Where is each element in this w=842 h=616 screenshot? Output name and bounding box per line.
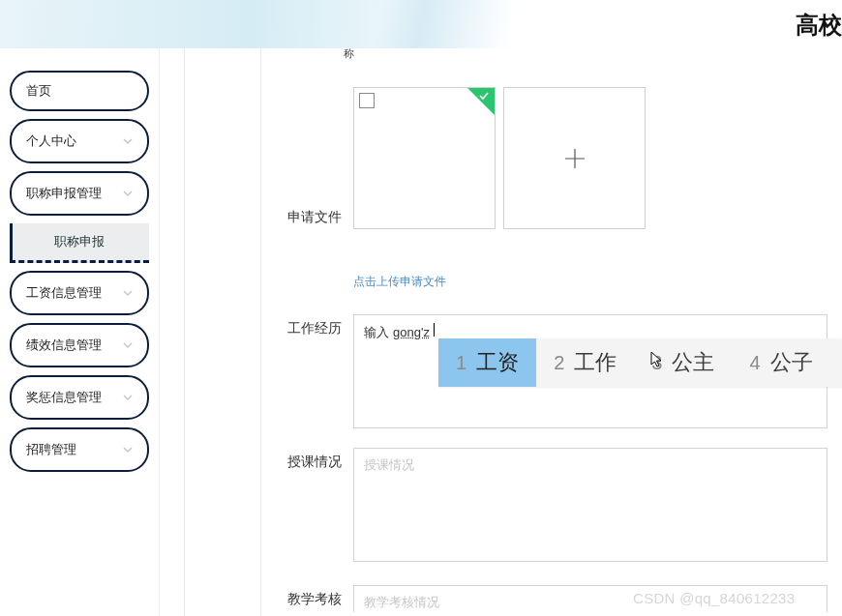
work-history-prefix: 输入 bbox=[364, 324, 389, 341]
ime-candidate[interactable]: 3 公主 bbox=[634, 338, 732, 387]
ime-word: 工资 bbox=[476, 348, 519, 377]
chevron-down-icon bbox=[123, 189, 133, 198]
chevron-down-icon bbox=[123, 288, 133, 298]
sidebar-sub-label: 职称申报 bbox=[54, 234, 105, 249]
text-cursor bbox=[434, 323, 435, 337]
ime-index: 2 bbox=[554, 352, 564, 374]
ime-candidate[interactable]: 2 工作 bbox=[536, 338, 634, 387]
chevron-down-icon bbox=[123, 136, 133, 146]
mouse-cursor-icon bbox=[650, 351, 664, 368]
sidebar-item-label: 个人中心 bbox=[26, 132, 76, 150]
watermark: CSDN @qq_840612233 bbox=[633, 590, 795, 606]
ime-candidate-bar[interactable]: 1 工资 2 工作 3 公主 4 公子 bbox=[438, 338, 842, 387]
ime-index: 4 bbox=[749, 352, 760, 374]
ime-candidate[interactable]: 1 工资 bbox=[438, 338, 536, 387]
sidebar-item-label: 工资信息管理 bbox=[26, 284, 102, 302]
sidebar-sub-title-apply[interactable]: 职称申报 bbox=[10, 223, 149, 263]
upload-hint[interactable]: 点击上传申请文件 bbox=[353, 274, 842, 290]
sidebar-item-reward[interactable]: 奖惩信息管理 bbox=[10, 375, 149, 420]
sidebar-item-recruit[interactable]: 招聘管理 bbox=[10, 427, 149, 472]
ime-index: 1 bbox=[456, 352, 466, 374]
upload-add-button[interactable] bbox=[503, 87, 646, 229]
sidebar-item-label: 绩效信息管理 bbox=[26, 337, 102, 354]
plus-icon bbox=[561, 145, 588, 172]
header-title: 高校 bbox=[796, 10, 842, 41]
sidebar-item-label: 招聘管理 bbox=[26, 441, 76, 458]
sidebar-item-performance[interactable]: 绩效信息管理 bbox=[10, 323, 149, 367]
main-form: 申请文件 点击上传申请文件 工作经历 输入g bbox=[281, 39, 842, 616]
teaching-input[interactable] bbox=[353, 448, 827, 562]
sidebar-item-label: 职称申报管理 bbox=[26, 185, 102, 202]
check-icon bbox=[478, 90, 492, 103]
ime-word: 工作 bbox=[574, 348, 616, 377]
label-work-history: 工作经历 bbox=[281, 314, 353, 337]
chevron-down-icon bbox=[123, 393, 133, 402]
chevron-down-icon bbox=[123, 340, 133, 350]
label-apply-file: 申请文件 bbox=[281, 156, 353, 226]
sidebar: 首页 个人中心 职称申报管理 职称申报 工资信息管理 绩效信息管理 奖惩信息管理 bbox=[0, 48, 160, 616]
sidebar-item-label: 首页 bbox=[26, 82, 51, 100]
sidebar-item-home[interactable]: 首页 bbox=[10, 71, 149, 111]
work-history-ime-text: gong'z bbox=[393, 325, 430, 339]
sidebar-item-label: 奖惩信息管理 bbox=[26, 389, 102, 406]
sidebar-item-title-apply[interactable]: 职称申报管理 bbox=[10, 171, 149, 216]
ime-candidate[interactable]: 4 公子 bbox=[732, 338, 829, 387]
ime-word: 公主 bbox=[672, 348, 714, 377]
chevron-down-icon bbox=[123, 445, 133, 455]
label-teaching: 授课情况 bbox=[281, 448, 353, 471]
ime-word: 公子 bbox=[770, 348, 813, 377]
upload-thumb-uploaded[interactable] bbox=[353, 87, 496, 229]
sidebar-item-personal[interactable]: 个人中心 bbox=[10, 119, 149, 163]
label-assessment: 教学考核 bbox=[281, 585, 353, 608]
secondary-panel bbox=[184, 48, 261, 616]
sidebar-item-salary[interactable]: 工资信息管理 bbox=[10, 271, 149, 315]
